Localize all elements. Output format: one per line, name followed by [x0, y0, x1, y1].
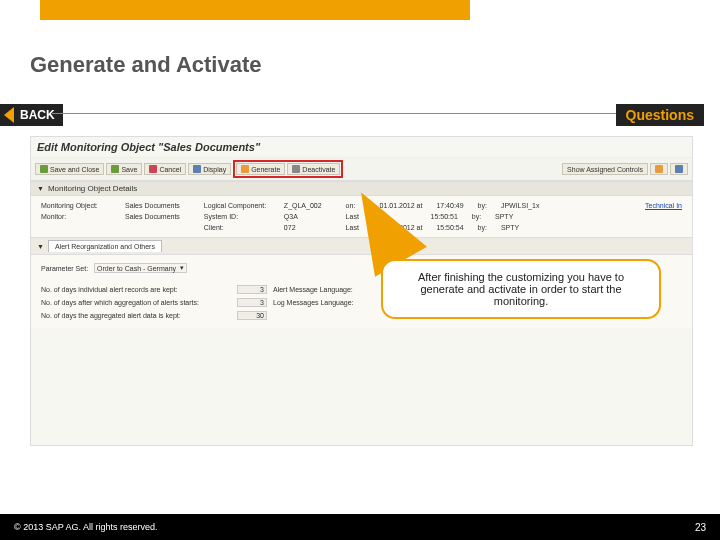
back-button[interactable]: BACK — [0, 104, 63, 126]
questions-button[interactable]: Questions — [616, 104, 704, 126]
logical-label: Logical Component: — [204, 202, 278, 209]
obj-value: Sales Documents — [125, 202, 180, 209]
chg-t1: 17:40:49 — [436, 202, 463, 209]
toolbar: Save and Close Save Cancel Display Gener… — [31, 158, 692, 181]
deactivate-button[interactable]: Deactivate — [287, 163, 340, 175]
p3-input[interactable]: 30 — [237, 311, 267, 320]
display-label: Display — [203, 166, 226, 173]
slide-title: Generate and Activate — [30, 52, 262, 78]
info-icon — [675, 165, 683, 173]
dropdown-icon: ▾ — [180, 264, 184, 272]
divider — [52, 113, 620, 114]
wrench-icon — [655, 165, 663, 173]
lang2-label: Log Messages Language: — [273, 299, 383, 306]
header-accent-bar — [40, 0, 470, 20]
client-label: Client: — [204, 224, 278, 231]
cancel-button[interactable]: Cancel — [144, 163, 186, 175]
chevron-down-icon: ▼ — [37, 185, 44, 192]
show-assigned-label: Show Assigned Controls — [567, 166, 643, 173]
chg-t2: 15:50:51 — [431, 213, 458, 220]
display-button[interactable]: Display — [188, 163, 231, 175]
glasses-icon — [193, 165, 201, 173]
pset-label: Parameter Set: — [41, 265, 88, 272]
obj-label: Monitoring Object: — [41, 202, 119, 209]
generate-icon — [241, 165, 249, 173]
system-value: Q3A — [284, 213, 298, 220]
cancel-label: Cancel — [159, 166, 181, 173]
save-label: Save — [121, 166, 137, 173]
save-button[interactable]: Save — [106, 163, 142, 175]
tab-alert-reorg[interactable]: Alert Reorganization and Others — [48, 240, 162, 252]
p1-label: No. of days individual alert records are… — [41, 286, 231, 293]
highlight-box: Generate Deactivate — [233, 160, 343, 178]
chg-t3: 15:50:54 — [436, 224, 463, 231]
tool-icon-button-2[interactable] — [670, 163, 688, 175]
logical-value: Z_QLA_002 — [284, 202, 322, 209]
monitor-label: Monitor: — [41, 213, 119, 220]
generate-label: Generate — [251, 166, 280, 173]
section-details-label: Monitoring Object Details — [48, 184, 137, 193]
p2-input[interactable]: 3 — [237, 298, 267, 307]
chg-by1: JPWILSI_1x — [501, 202, 540, 209]
chg-by2-lbl: by: — [472, 213, 481, 220]
system-label: System ID: — [204, 213, 278, 220]
footer: © 2013 SAP AG. All rights reserved. 23 — [0, 514, 720, 540]
save-icon — [40, 165, 48, 173]
tab-chevron-icon[interactable]: ▼ — [37, 243, 44, 250]
cancel-icon — [149, 165, 157, 173]
sap-window: Edit Monitoring Object "Sales Documents"… — [30, 136, 693, 446]
callout-box: After finishing the customizing you have… — [381, 259, 661, 319]
chg-by1-lbl: by: — [478, 202, 487, 209]
chg-by3-lbl: by: — [478, 224, 487, 231]
disk-icon — [111, 165, 119, 173]
window-title: Edit Monitoring Object "Sales Documents" — [31, 137, 692, 158]
chg-by3: SPTY — [501, 224, 519, 231]
page-number: 23 — [695, 522, 706, 533]
lang1-label: Alert Message Language: — [273, 286, 383, 293]
p1-input[interactable]: 3 — [237, 285, 267, 294]
pset-value: Order to Cash - Germany — [97, 265, 176, 272]
generate-button[interactable]: Generate — [236, 163, 285, 175]
chg-by2: SPTY — [495, 213, 513, 220]
copyright: © 2013 SAP AG. All rights reserved. — [14, 522, 158, 532]
monitor-value: Sales Documents — [125, 213, 180, 220]
deactivate-icon — [292, 165, 300, 173]
save-close-button[interactable]: Save and Close — [35, 163, 104, 175]
p3-label: No. of days the aggregated alert data is… — [41, 312, 231, 319]
pset-select[interactable]: Order to Cash - Germany▾ — [94, 263, 187, 273]
save-close-label: Save and Close — [50, 166, 99, 173]
back-label: BACK — [20, 108, 55, 122]
p2-label: No. of days after which aggregation of a… — [41, 299, 231, 306]
tool-icon-button-1[interactable] — [650, 163, 668, 175]
technical-info-link[interactable]: Technical In — [645, 202, 682, 209]
deactivate-label: Deactivate — [302, 166, 335, 173]
client-value: 072 — [284, 224, 296, 231]
show-assigned-button[interactable]: Show Assigned Controls — [562, 163, 648, 175]
